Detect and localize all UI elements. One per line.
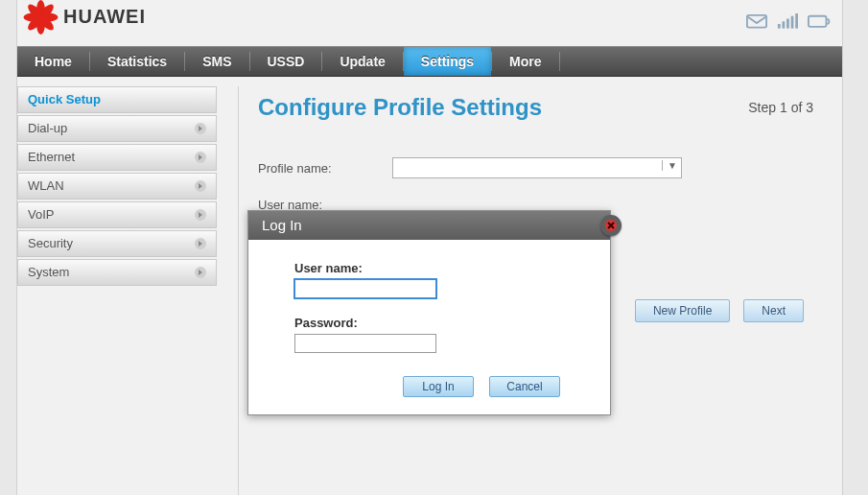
header: HUAWEI	[17, 0, 842, 42]
sidebar-item-system[interactable]: System	[17, 259, 217, 286]
sidebar-item-voip[interactable]: VoIP	[17, 201, 217, 228]
login-modal: Log In User name: Password: Log In Cance…	[247, 210, 611, 415]
login-user-input[interactable]	[294, 279, 436, 298]
chevron-right-icon	[195, 238, 206, 249]
wizard-buttons: New Profile Next	[635, 299, 804, 322]
wizard-step: Step 1 of 3	[748, 100, 813, 115]
svg-rect-3	[786, 19, 789, 29]
svg-rect-4	[791, 16, 794, 29]
svg-rect-0	[747, 15, 766, 28]
svg-rect-2	[783, 21, 786, 28]
sidebar-item-label: Dial-up	[28, 116, 67, 141]
sidebar-item-label: Quick Setup	[28, 87, 101, 112]
sidebar: Quick SetupDial-upEthernetWLANVoIPSecuri…	[17, 86, 217, 288]
chevron-right-icon	[195, 267, 206, 278]
sidebar-item-ethernet[interactable]: Ethernet	[17, 144, 217, 171]
new-profile-button[interactable]: New Profile	[635, 299, 730, 322]
sidebar-item-wlan[interactable]: WLAN	[17, 173, 217, 200]
sidebar-item-label: Ethernet	[28, 145, 75, 170]
status-icons	[746, 13, 833, 31]
nav-item-more[interactable]: More	[492, 47, 558, 76]
nav-item-ussd[interactable]: USSD	[250, 47, 322, 76]
sidebar-item-label: WLAN	[28, 174, 64, 199]
chevron-right-icon	[195, 209, 206, 221]
nav-item-sms[interactable]: SMS	[185, 47, 248, 76]
profile-name-select[interactable]	[392, 157, 682, 178]
login-pass-input[interactable]	[294, 334, 436, 353]
nav-item-update[interactable]: Update	[322, 47, 402, 76]
mail-icon[interactable]	[746, 13, 767, 31]
svg-rect-5	[795, 13, 798, 29]
sidebar-item-label: Security	[28, 231, 73, 256]
nav-separator	[559, 52, 560, 71]
nav-item-settings[interactable]: Settings	[404, 47, 491, 76]
huawei-flower-icon	[25, 0, 58, 33]
svg-rect-6	[809, 16, 827, 27]
page-root: HUAWEI HomeStatisticsSMSUSSDUpdateSettin…	[0, 0, 868, 495]
sidebar-item-quick-setup[interactable]: Quick Setup	[17, 86, 217, 113]
main-nav: HomeStatisticsSMSUSSDUpdateSettingsMore	[17, 46, 842, 77]
login-modal-buttons: Log In Cancel	[294, 376, 564, 397]
login-modal-body: User name: Password: Log In Cancel	[248, 240, 610, 414]
sidebar-item-label: VoIP	[28, 202, 54, 227]
sidebar-item-security[interactable]: Security	[17, 230, 217, 257]
login-modal-title: Log In	[248, 211, 610, 240]
signal-icon[interactable]	[777, 13, 798, 31]
login-user-label: User name:	[294, 261, 564, 275]
login-pass-label: Password:	[294, 316, 564, 330]
chevron-right-icon	[195, 152, 206, 163]
sidebar-item-dial-up[interactable]: Dial-up	[17, 115, 217, 142]
login-modal-title-text: Log In	[262, 217, 302, 233]
chevron-right-icon	[195, 123, 206, 134]
sidebar-item-label: System	[28, 260, 69, 285]
brand-logo: HUAWEI	[25, 0, 146, 33]
brand-name: HUAWEI	[63, 6, 146, 28]
page-title: Configure Profile Settings	[258, 94, 823, 121]
login-button[interactable]: Log In	[403, 376, 474, 397]
nav-item-home[interactable]: Home	[17, 47, 89, 76]
row-profile-name: Profile name:	[258, 157, 823, 178]
cancel-button[interactable]: Cancel	[489, 376, 560, 397]
svg-rect-1	[778, 24, 781, 29]
label-profile-name: Profile name:	[258, 161, 392, 176]
close-icon[interactable]	[600, 215, 622, 236]
chevron-right-icon	[195, 180, 206, 192]
next-button[interactable]: Next	[743, 299, 804, 322]
nav-item-statistics[interactable]: Statistics	[90, 47, 184, 76]
network-icon[interactable]	[808, 13, 833, 31]
